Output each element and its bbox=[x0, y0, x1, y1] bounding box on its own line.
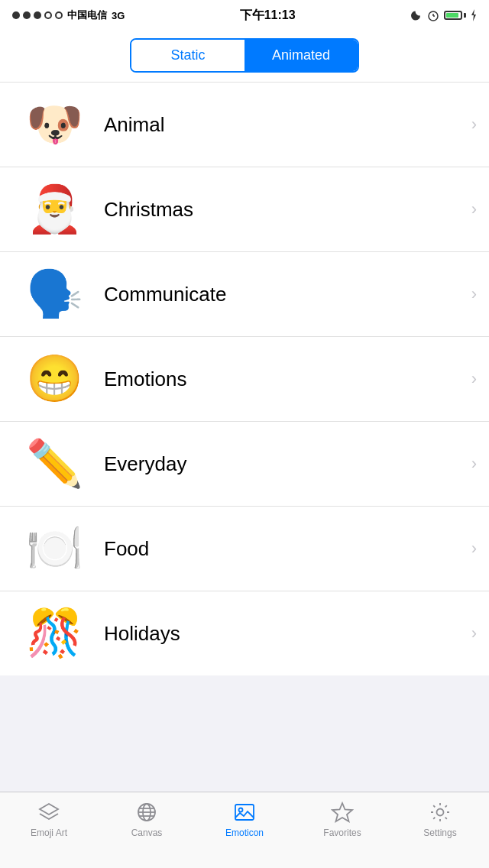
layers-icon bbox=[37, 800, 61, 824]
star-icon bbox=[330, 800, 355, 824]
tab-emoji-art-label: Emoji Art bbox=[31, 828, 67, 838]
tab-bar: Emoji Art Canvas Emoticon bbox=[0, 792, 489, 868]
status-time: 下午11:13 bbox=[240, 8, 296, 24]
chevron-animal: › bbox=[471, 115, 477, 134]
alarm-icon bbox=[427, 9, 439, 21]
holidays-icon: 🎊 bbox=[12, 599, 96, 668]
signal-dots bbox=[12, 11, 63, 19]
communicate-label: Communicate bbox=[96, 283, 471, 306]
food-label: Food bbox=[96, 537, 471, 561]
tab-favorites[interactable]: Favorites bbox=[293, 800, 391, 838]
status-left: 中国电信 3G bbox=[12, 8, 125, 22]
tab-settings-label: Settings bbox=[423, 828, 456, 838]
dot3 bbox=[34, 11, 41, 19]
segment-wrapper: Static Animated bbox=[0, 31, 489, 83]
list-item-food[interactable]: 🍽️ Food › bbox=[0, 507, 489, 591]
everyday-icon: ✏️ bbox=[12, 429, 96, 498]
category-list: 🐶 Animal › 🎅 Christmas › 🗣️ Communicate … bbox=[0, 83, 489, 675]
list-item-holidays[interactable]: 🎊 Holidays › bbox=[0, 591, 489, 675]
segment-control: Static Animated bbox=[130, 38, 359, 73]
svg-marker-12 bbox=[332, 803, 352, 821]
svg-point-13 bbox=[437, 809, 444, 816]
list-item-animal[interactable]: 🐶 Animal › bbox=[0, 83, 489, 167]
status-right bbox=[410, 9, 477, 21]
dot1 bbox=[12, 11, 20, 19]
gear-icon bbox=[428, 800, 452, 824]
segment-animated[interactable]: Animated bbox=[244, 40, 358, 71]
chevron-holidays: › bbox=[471, 623, 477, 643]
charging-icon bbox=[471, 9, 477, 21]
list-item-everyday[interactable]: ✏️ Everyday › bbox=[0, 422, 489, 507]
tab-canvas-label: Canvas bbox=[131, 828, 163, 838]
carrier: 中国电信 bbox=[67, 8, 107, 22]
tab-emoticon-label: Emoticon bbox=[225, 828, 264, 838]
chevron-everyday: › bbox=[471, 454, 477, 474]
chevron-emotions: › bbox=[471, 369, 477, 389]
christmas-icon: 🎅 bbox=[12, 175, 96, 244]
emotions-icon: 😁 bbox=[12, 345, 96, 413]
list: 🐶 Animal › 🎅 Christmas › 🗣️ Communicate … bbox=[0, 83, 489, 675]
tab-favorites-label: Favorites bbox=[323, 828, 361, 838]
svg-marker-4 bbox=[40, 804, 58, 815]
dot5 bbox=[55, 11, 63, 19]
image-icon bbox=[232, 800, 257, 824]
food-icon: 🍽️ bbox=[12, 514, 96, 583]
animal-label: Animal bbox=[96, 113, 471, 137]
holidays-label: Holidays bbox=[96, 622, 471, 646]
emotions-label: Emotions bbox=[96, 368, 471, 391]
communicate-icon: 🗣️ bbox=[12, 260, 96, 329]
network: 3G bbox=[112, 10, 125, 21]
tab-canvas[interactable]: Canvas bbox=[98, 800, 196, 838]
svg-rect-10 bbox=[235, 805, 254, 820]
globe-icon bbox=[134, 800, 159, 824]
tab-emoticon[interactable]: Emoticon bbox=[196, 800, 293, 838]
tab-emoji-art[interactable]: Emoji Art bbox=[0, 800, 98, 838]
list-item-christmas[interactable]: 🎅 Christmas › bbox=[0, 167, 489, 252]
animal-icon: 🐶 bbox=[12, 90, 96, 159]
svg-marker-3 bbox=[471, 9, 476, 21]
chevron-christmas: › bbox=[471, 199, 477, 219]
chevron-communicate: › bbox=[471, 284, 477, 304]
dot4 bbox=[44, 11, 52, 19]
dot2 bbox=[23, 11, 31, 19]
list-item-emotions[interactable]: 😁 Emotions › bbox=[0, 337, 489, 422]
moon-icon bbox=[410, 9, 423, 21]
battery-indicator bbox=[444, 11, 466, 20]
everyday-label: Everyday bbox=[96, 452, 471, 476]
svg-point-11 bbox=[239, 808, 243, 812]
tab-settings[interactable]: Settings bbox=[391, 800, 489, 838]
segment-static[interactable]: Static bbox=[131, 40, 244, 71]
christmas-label: Christmas bbox=[96, 198, 471, 222]
chevron-food: › bbox=[471, 539, 477, 559]
list-item-communicate[interactable]: 🗣️ Communicate › bbox=[0, 252, 489, 337]
status-bar: 中国电信 3G 下午11:13 bbox=[0, 0, 489, 31]
